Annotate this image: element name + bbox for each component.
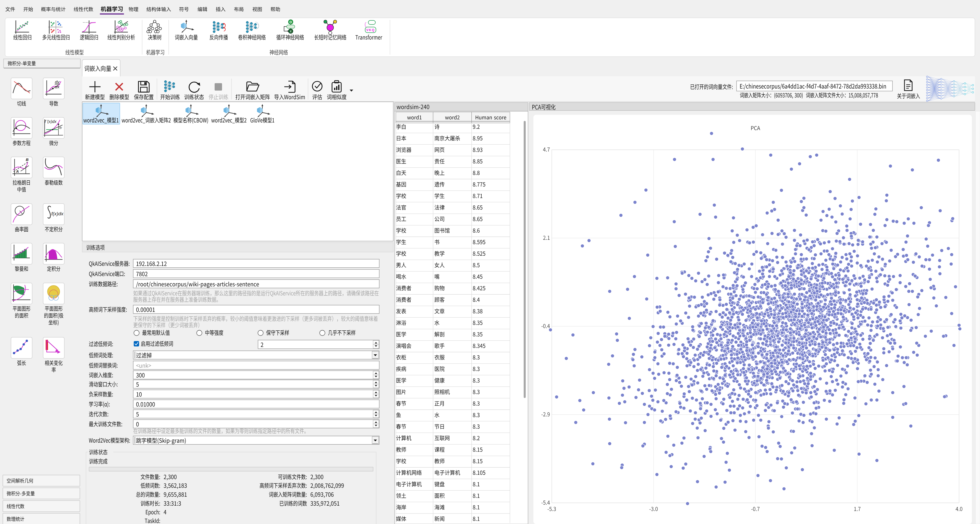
svg-text:dy: dy: [59, 126, 62, 129]
svg-text:f(x)dx: f(x)dx: [51, 211, 64, 216]
svg-text:A: A: [16, 169, 19, 173]
svg-text:O: O: [290, 21, 292, 24]
svg-text:dy: dy: [55, 79, 60, 84]
svg-text:X: X: [290, 30, 292, 33]
svg-text:B: B: [26, 157, 29, 162]
svg-text:VKQ: VKQ: [366, 28, 375, 32]
svg-text:f '(x)dx: f '(x)dx: [45, 119, 57, 124]
svg-text:dx: dx: [55, 84, 59, 89]
